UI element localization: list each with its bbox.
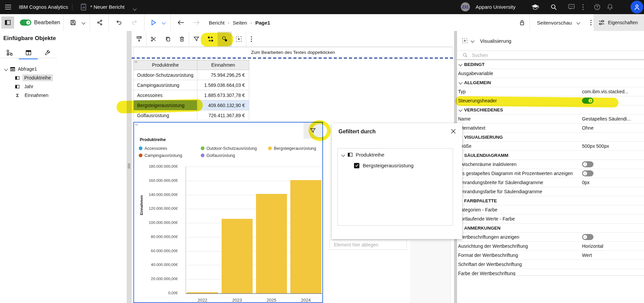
property-toggle[interactable] [582,234,593,240]
property-section-säulendiagramm[interactable]: SÄULENDIAGRAMM [457,151,644,160]
property-row[interactable]: Umrandungsbreite für Säulendiagramme0px [457,178,644,187]
save-button[interactable] [67,14,79,31]
property-section-farbpalette[interactable]: FARBPALETTE [457,196,644,205]
lock-icon[interactable] [516,14,528,31]
filter-button[interactable] [189,32,203,46]
learning-icon[interactable] [531,3,540,11]
panel-toggle-button[interactable] [1,16,14,29]
object-toolbar-more-icon[interactable] [246,32,256,46]
table-row[interactable]: Golfausrüstung726.411.367,89 € [133,110,249,121]
pin-header-button[interactable] [132,32,146,46]
property-value[interactable]: com.ibm.vis.stacked... [582,89,629,94]
property-row[interactable]: Format der WertbeschriftungWert [457,251,644,260]
forward-button[interactable] [189,14,203,31]
run-button[interactable] [148,14,160,31]
run-menu-chevron-icon[interactable] [160,14,168,31]
tree-expand-chevron-icon[interactable] [4,67,8,71]
copy-button[interactable] [161,32,175,46]
breadcrumb-pages[interactable]: Seiten [233,20,247,26]
page-preview-dropdown[interactable]: Seitenvorschau [534,14,575,31]
filter-group-row[interactable]: Produktreihe [342,152,384,158]
notifications-bell-icon[interactable] [606,3,614,11]
property-value[interactable]: 500px 500px [582,143,609,149]
property-row[interactable]: Umrandungsfarbe für Säulendiagramme [457,187,644,196]
chart-filter-corner[interactable] [303,123,322,139]
property-section-anmerkungen[interactable]: ANMERKUNGEN [457,224,644,233]
undo-button[interactable] [112,14,126,31]
property-row[interactable]: Als gestapeltes Diagramm mit Prozentwert… [457,169,644,178]
section-chevron-icon[interactable] [458,108,462,111]
table-header-einnahmen[interactable]: Einnahmen [197,60,249,70]
text-placeholder[interactable]: Zum Bearbeiten des Textes doppelklicken [133,47,453,57]
property-row[interactable]: Zwischenräume inaktivieren [457,160,644,169]
toolbar-more-icon[interactable] [587,14,594,31]
chart-drag-handle[interactable] [135,124,138,126]
filter-item-row[interactable]: Bergsteigerausrüstung [354,163,414,168]
property-section-bedingt[interactable]: BEDINGT [457,60,644,69]
tab-toolbox[interactable] [38,46,57,59]
property-row[interactable]: Fortlaufende Werte - Farbe [457,214,644,224]
tree-item-produktreihe[interactable]: Produktreihe [0,73,127,82]
close-icon[interactable] [450,128,457,135]
properties-search[interactable]: Suchen [457,50,644,60]
tree-item-jahr[interactable]: Jahr [0,82,127,91]
property-toggle[interactable] [582,170,593,176]
legend-item[interactable]: Bergsteigerausrüstung [268,145,316,152]
drop-zone[interactable]: Element hier ablegen [329,240,407,250]
breadcrumb-page1[interactable]: Page1 [255,20,270,26]
table-row[interactable]: Campingausrüstung1.589.036.664,03 € [133,80,249,90]
property-value[interactable]: 0px [582,180,590,185]
property-section-allgemein[interactable]: ALLGEMEIN [457,78,644,87]
property-row[interactable]: Typcom.ibm.vis.stacked... [457,87,644,96]
tree-expand-chevron-icon[interactable] [341,153,345,157]
redo-button[interactable] [127,14,141,31]
tree-item-einnahmen[interactable]: ΣEinnahmen [0,91,127,100]
property-value[interactable]: Wert [582,252,592,258]
property-section-verschiedenes[interactable]: VERSCHIEDENES [457,105,644,114]
account-name[interactable]: Apparo University [476,0,515,14]
property-value[interactable]: Gestapeltes Säulendi... [582,116,631,122]
count-badge[interactable]: 231 [461,2,470,11]
legend-item[interactable]: Accessoires [139,145,201,152]
resize-handle[interactable] [128,163,129,169]
chat-icon[interactable] [568,4,575,10]
explore-filter-button[interactable] [218,32,232,46]
select-ancestor-button[interactable] [232,32,246,46]
chart-container[interactable]: Produktreihe AccessoiresCampingausrüstun… [133,122,323,303]
edit-mode-toggle[interactable] [19,14,32,31]
back-button[interactable] [174,14,188,31]
table-row[interactable]: Outdoor-Schutzausrüstung75.994.296,25 € [133,70,249,80]
property-row[interactable]: Kategorien - Farbe [457,205,644,214]
property-row[interactable]: Wertbeschriftungen anzeigen [457,233,644,242]
property-value[interactable]: Horizontal [582,243,603,249]
panel-resize-strip[interactable] [127,31,132,303]
property-row[interactable]: NameGestapeltes Säulendi... [457,114,644,124]
property-section-visualisierung[interactable]: VISUALISIERUNG [457,133,644,142]
page-preview-chevron-icon[interactable] [575,14,582,31]
property-row[interactable]: Ausrichtung der WertbeschriftungHorizont… [457,242,644,251]
property-toggle[interactable] [582,161,593,167]
tree-node-query[interactable]: Abfrage1 [0,65,127,73]
property-value[interactable]: Ohne [582,125,593,131]
checkbox-checked-icon[interactable] [354,163,359,168]
cut-button[interactable] [147,32,161,46]
table-drag-handle[interactable] [134,61,137,63]
table-header-produktreihe[interactable]: Produktreihe [134,60,197,70]
properties-button[interactable]: Eigenschaften [593,14,644,31]
legend-item[interactable]: Outdoor-Schutzausrüstung [201,145,268,152]
table-row[interactable]: Bergsteigerausrüstung409.660.132,90 € [133,100,249,110]
share-button[interactable] [93,14,106,31]
table-row[interactable]: Accessoires1.885.673.307,78 € [133,90,249,100]
overflow-menu-icon[interactable] [582,4,584,10]
property-toggle[interactable] [582,98,593,104]
tab-visualizations[interactable] [0,46,19,59]
property-row[interactable]: Schriftart der Wertbeschriftung [457,260,644,269]
breadcrumb-report[interactable]: Bericht [209,20,225,26]
section-chevron-icon[interactable] [458,62,462,66]
property-row[interactable]: Ausgabevariable [457,69,644,78]
doc-menu-chevron-icon[interactable] [133,5,136,11]
legend-item[interactable]: Campingausrüstung [139,152,201,159]
search-icon[interactable] [550,4,557,10]
selection-icon[interactable] [462,38,468,44]
help-icon[interactable] [593,3,601,11]
